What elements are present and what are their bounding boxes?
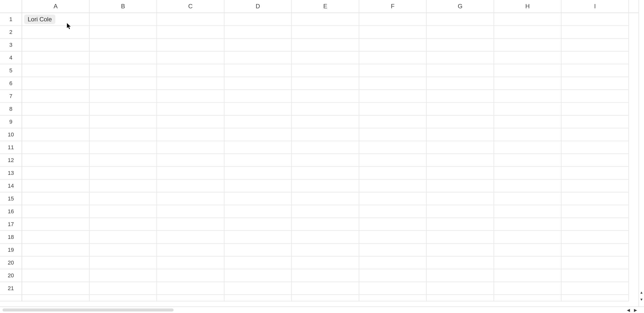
cell-I4[interactable] — [561, 51, 629, 64]
cell-I13[interactable] — [561, 167, 629, 180]
horizontal-scrollbar[interactable]: ◀ ▶ — [0, 306, 644, 313]
cell-C2[interactable] — [157, 26, 224, 39]
cell-C21[interactable] — [157, 282, 224, 295]
cell-C13[interactable] — [157, 167, 224, 180]
row-header-3[interactable]: 3 — [0, 39, 22, 51]
row-header-17[interactable]: 17 — [0, 218, 22, 231]
cell-D19[interactable] — [224, 244, 292, 256]
row-header-4[interactable]: 4 — [0, 51, 22, 64]
cell-D20a[interactable] — [224, 256, 292, 269]
cell-C9[interactable] — [157, 116, 224, 128]
cell-G5[interactable] — [427, 64, 494, 77]
cell-B16[interactable] — [90, 205, 157, 218]
cell-A2[interactable] — [22, 26, 90, 39]
cell-H3[interactable] — [494, 39, 561, 51]
cell-A12[interactable] — [22, 154, 90, 167]
cell-H13[interactable] — [494, 167, 561, 180]
row-header-21[interactable]: 21 — [0, 282, 22, 295]
cell-E20b[interactable] — [292, 269, 359, 282]
cell-I6[interactable] — [561, 77, 629, 90]
cell-I10[interactable] — [561, 128, 629, 141]
cell-B21[interactable] — [90, 282, 157, 295]
cell-A20b[interactable] — [22, 269, 90, 282]
cell-B17[interactable] — [90, 218, 157, 231]
cell-B19[interactable] — [90, 244, 157, 256]
column-header-H[interactable]: H — [494, 0, 561, 13]
cell-E18[interactable] — [292, 231, 359, 244]
cell-C22[interactable] — [157, 295, 224, 301]
cell-B11[interactable] — [90, 141, 157, 154]
cell-D3[interactable] — [224, 39, 292, 51]
row-header-19[interactable]: 19 — [0, 244, 22, 256]
cell-D15[interactable] — [224, 192, 292, 205]
cell-A15[interactable] — [22, 192, 90, 205]
row-header-14[interactable]: 14 — [0, 180, 22, 192]
cell-C1[interactable] — [157, 13, 224, 26]
cell-F2[interactable] — [359, 26, 427, 39]
row-header-5[interactable]: 5 — [0, 64, 22, 77]
cell-D2[interactable] — [224, 26, 292, 39]
cell-E14[interactable] — [292, 180, 359, 192]
cell-D11[interactable] — [224, 141, 292, 154]
row-header-7[interactable]: 7 — [0, 90, 22, 103]
cell-F20a[interactable] — [359, 256, 427, 269]
cell-B4[interactable] — [90, 51, 157, 64]
cell-E13[interactable] — [292, 167, 359, 180]
cell-G16[interactable] — [427, 205, 494, 218]
scroll-up-icon[interactable]: ▲ — [639, 290, 644, 295]
cell-D21[interactable] — [224, 282, 292, 295]
cell-C15[interactable] — [157, 192, 224, 205]
cell-B15[interactable] — [90, 192, 157, 205]
cell-I22[interactable] — [561, 295, 629, 301]
cell-I20a[interactable] — [561, 256, 629, 269]
cell-I12[interactable] — [561, 154, 629, 167]
cell-H1[interactable] — [494, 13, 561, 26]
cell-E2[interactable] — [292, 26, 359, 39]
cell-F15[interactable] — [359, 192, 427, 205]
cell-H20a[interactable] — [494, 256, 561, 269]
cell-D16[interactable] — [224, 205, 292, 218]
cell-D13[interactable] — [224, 167, 292, 180]
cell-E11[interactable] — [292, 141, 359, 154]
cell-F22[interactable] — [359, 295, 427, 301]
cell-F17[interactable] — [359, 218, 427, 231]
column-header-C[interactable]: C — [157, 0, 224, 13]
cell-I2[interactable] — [561, 26, 629, 39]
row-header-6[interactable]: 6 — [0, 77, 22, 90]
cell-A10[interactable] — [22, 128, 90, 141]
cell-F13[interactable] — [359, 167, 427, 180]
cell-G1[interactable] — [427, 13, 494, 26]
cell-E5[interactable] — [292, 64, 359, 77]
scroll-down-icon[interactable]: ▼ — [639, 297, 644, 302]
cell-I9[interactable] — [561, 116, 629, 128]
cell-H7[interactable] — [494, 90, 561, 103]
cell-D5[interactable] — [224, 64, 292, 77]
cell-E9[interactable] — [292, 116, 359, 128]
cell-G21[interactable] — [427, 282, 494, 295]
cell-F10[interactable] — [359, 128, 427, 141]
cell-B14[interactable] — [90, 180, 157, 192]
cell-H12[interactable] — [494, 154, 561, 167]
cell-G22[interactable] — [427, 295, 494, 301]
cell-E1[interactable] — [292, 13, 359, 26]
cell-E10[interactable] — [292, 128, 359, 141]
cell-E19[interactable] — [292, 244, 359, 256]
row-header-9[interactable]: 9 — [0, 116, 22, 128]
cell-E8[interactable] — [292, 103, 359, 116]
horizontal-scrollbar-thumb[interactable] — [3, 308, 174, 311]
cell-D10[interactable] — [224, 128, 292, 141]
cell-C6[interactable] — [157, 77, 224, 90]
cell-B2[interactable] — [90, 26, 157, 39]
cell-E21[interactable] — [292, 282, 359, 295]
cell-H9[interactable] — [494, 116, 561, 128]
cell-G8[interactable] — [427, 103, 494, 116]
cell-A6[interactable] — [22, 77, 90, 90]
cell-C11[interactable] — [157, 141, 224, 154]
cell-H4[interactable] — [494, 51, 561, 64]
cell-G14[interactable] — [427, 180, 494, 192]
row-header-13[interactable]: 13 — [0, 167, 22, 180]
cell-C7[interactable] — [157, 90, 224, 103]
cell-E17[interactable] — [292, 218, 359, 231]
cell-C17[interactable] — [157, 218, 224, 231]
cell-H21[interactable] — [494, 282, 561, 295]
